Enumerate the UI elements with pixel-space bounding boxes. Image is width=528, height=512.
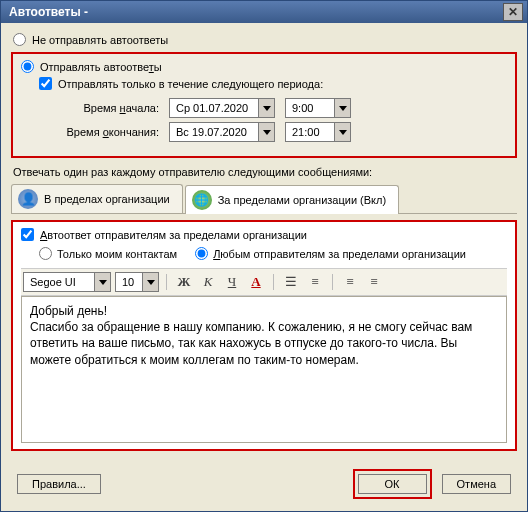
radio-send[interactable]: Отправлять автоответы xyxy=(21,60,507,73)
rules-button[interactable]: Правила... xyxy=(17,474,101,494)
chevron-down-icon[interactable] xyxy=(258,99,274,117)
start-time-value: 9:00 xyxy=(286,102,334,114)
external-reply-box: Автоответ отправителям за пределами орга… xyxy=(11,220,517,451)
start-date-dropdown[interactable]: Ср 01.07.2020 xyxy=(169,98,275,118)
dialog-footer: Правила... ОК Отмена xyxy=(11,459,517,503)
radio-any-sender[interactable]: Любым отправителям за пределами организа… xyxy=(195,247,466,260)
end-time-value: 21:00 xyxy=(286,126,334,138)
radio-send-label: Отправлять автоответы xyxy=(40,61,162,73)
message-editor[interactable]: Добрый день! Спасибо за обращение в нашу… xyxy=(21,296,507,443)
separator xyxy=(166,274,167,290)
indent-button[interactable]: ≡ xyxy=(364,272,384,292)
person-icon: 👤 xyxy=(18,189,38,209)
italic-button[interactable]: К xyxy=(198,272,218,292)
period-checkbox-label: Отправлять только в течение следующего п… xyxy=(58,78,323,90)
radio-contacts-only-label: Только моим контактам xyxy=(57,248,177,260)
tab-outside-label: За пределами организации (Вкл) xyxy=(218,194,386,206)
end-date-dropdown[interactable]: Вс 19.07.2020 xyxy=(169,122,275,142)
ext-recipient-radios: Только моим контактам Любым отправителям… xyxy=(39,247,507,260)
tab-outside-org[interactable]: 🌐 За пределами организации (Вкл) xyxy=(185,185,399,214)
font-name-value: Segoe UI xyxy=(24,276,94,288)
bold-button[interactable]: Ж xyxy=(174,272,194,292)
start-label: Время начала: xyxy=(39,102,159,114)
dialog-content: Не отправлять автоответы Отправлять авто… xyxy=(1,23,527,511)
tab-inside-label: В пределах организации xyxy=(44,193,170,205)
radio-contacts-only[interactable]: Только моим контактам xyxy=(39,247,177,260)
font-size-dropdown[interactable]: 10 xyxy=(115,272,159,292)
ok-highlight: ОК xyxy=(353,469,432,499)
separator xyxy=(332,274,333,290)
end-row: Время окончания: Вс 19.07.2020 21:00 xyxy=(39,122,507,142)
ext-reply-checkbox[interactable]: Автоответ отправителям за пределами орга… xyxy=(21,228,507,241)
separator xyxy=(273,274,274,290)
footer-right: ОК Отмена xyxy=(353,469,511,499)
format-toolbar: Segoe UI 10 Ж К Ч А ☰ ≡ ≡ ≡ xyxy=(21,268,507,296)
radio-any-sender-label: Любым отправителям за пределами организа… xyxy=(213,248,466,260)
radio-any-sender-input[interactable] xyxy=(195,247,208,260)
start-date-value: Ср 01.07.2020 xyxy=(170,102,258,114)
chevron-down-icon[interactable] xyxy=(334,99,350,117)
send-period-box: Отправлять автоответы Отправлять только … xyxy=(11,52,517,158)
start-time-dropdown[interactable]: 9:00 xyxy=(285,98,351,118)
radio-no-send-label: Не отправлять автоответы xyxy=(32,34,168,46)
start-row: Время начала: Ср 01.07.2020 9:00 xyxy=(39,98,507,118)
period-checkbox[interactable]: Отправлять только в течение следующего п… xyxy=(39,77,507,90)
titlebar: Автоответы - ✕ xyxy=(1,1,527,23)
close-icon[interactable]: ✕ xyxy=(503,3,523,21)
number-list-button[interactable]: ≡ xyxy=(305,272,325,292)
message-line2: Спасибо за обращение в нашу компанию. К … xyxy=(30,319,498,368)
radio-send-input[interactable] xyxy=(21,60,34,73)
font-name-dropdown[interactable]: Segoe UI xyxy=(23,272,111,292)
globe-icon: 🌐 xyxy=(192,190,212,210)
instruction-text: Отвечать один раз каждому отправителю сл… xyxy=(13,166,517,178)
outdent-button[interactable]: ≡ xyxy=(340,272,360,292)
font-color-button[interactable]: А xyxy=(246,272,266,292)
chevron-down-icon[interactable] xyxy=(334,123,350,141)
ok-button[interactable]: ОК xyxy=(358,474,427,494)
dialog-window: Автоответы - ✕ Не отправлять автоответы … xyxy=(0,0,528,512)
chevron-down-icon[interactable] xyxy=(142,273,158,291)
radio-no-send-input[interactable] xyxy=(13,33,26,46)
ext-reply-label: Автоответ отправителям за пределами орга… xyxy=(40,229,307,241)
period-checkbox-input[interactable] xyxy=(39,77,52,90)
radio-no-send[interactable]: Не отправлять автоответы xyxy=(13,33,517,46)
cancel-button[interactable]: Отмена xyxy=(442,474,511,494)
ext-reply-checkbox-input[interactable] xyxy=(21,228,34,241)
end-time-dropdown[interactable]: 21:00 xyxy=(285,122,351,142)
end-label: Время окончания: xyxy=(39,126,159,138)
dialog-title: Автоответы - xyxy=(5,5,88,19)
tab-inside-org[interactable]: 👤 В пределах организации xyxy=(11,184,183,213)
bullet-list-button[interactable]: ☰ xyxy=(281,272,301,292)
chevron-down-icon[interactable] xyxy=(258,123,274,141)
end-date-value: Вс 19.07.2020 xyxy=(170,126,258,138)
chevron-down-icon[interactable] xyxy=(94,273,110,291)
tab-strip: 👤 В пределах организации 🌐 За пределами … xyxy=(11,184,517,214)
font-size-value: 10 xyxy=(116,276,142,288)
radio-contacts-only-input[interactable] xyxy=(39,247,52,260)
message-line1: Добрый день! xyxy=(30,303,498,319)
underline-button[interactable]: Ч xyxy=(222,272,242,292)
